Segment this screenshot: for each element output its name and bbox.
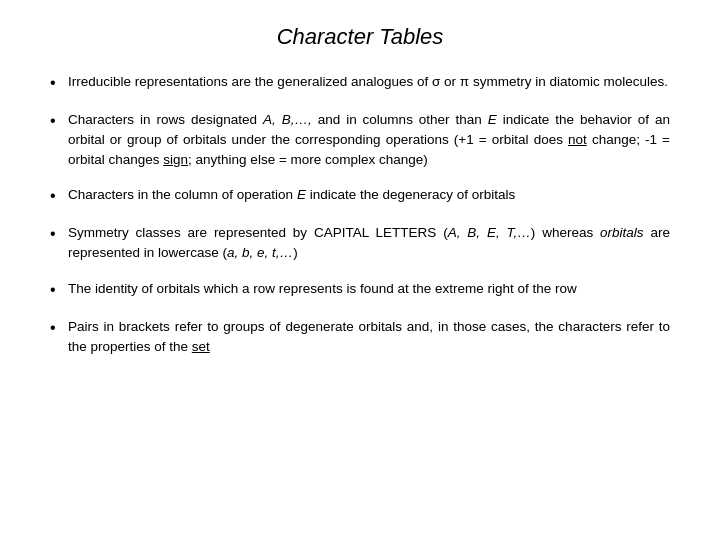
bullet-item-6: •Pairs in brackets refer to groups of de…	[50, 317, 670, 356]
bullet-text-2: Characters in rows designated A, B,…, an…	[68, 110, 670, 169]
page-title: Character Tables	[40, 20, 680, 50]
content-area: •Irreducible representations are the gen…	[40, 72, 680, 356]
bullet-dot-3: •	[50, 185, 68, 207]
bullet-item-1: •Irreducible representations are the gen…	[50, 72, 670, 94]
bullet-text-5: The identity of orbitals which a row rep…	[68, 279, 670, 299]
bullet-dot-2: •	[50, 110, 68, 132]
bullet-item-4: •Symmetry classes are represented by CAP…	[50, 223, 670, 262]
bullet-text-4: Symmetry classes are represented by CAPI…	[68, 223, 670, 262]
bullet-item-5: •The identity of orbitals which a row re…	[50, 279, 670, 301]
bullet-text-1: Irreducible representations are the gene…	[68, 72, 670, 92]
bullet-item-3: •Characters in the column of operation E…	[50, 185, 670, 207]
bullet-text-6: Pairs in brackets refer to groups of deg…	[68, 317, 670, 356]
bullet-dot-4: •	[50, 223, 68, 245]
bullet-item-2: •Characters in rows designated A, B,…, a…	[50, 110, 670, 169]
bullet-text-3: Characters in the column of operation E …	[68, 185, 670, 205]
bullet-dot-6: •	[50, 317, 68, 339]
bullet-dot-5: •	[50, 279, 68, 301]
bullet-dot-1: •	[50, 72, 68, 94]
page: Character Tables •Irreducible representa…	[0, 0, 720, 540]
